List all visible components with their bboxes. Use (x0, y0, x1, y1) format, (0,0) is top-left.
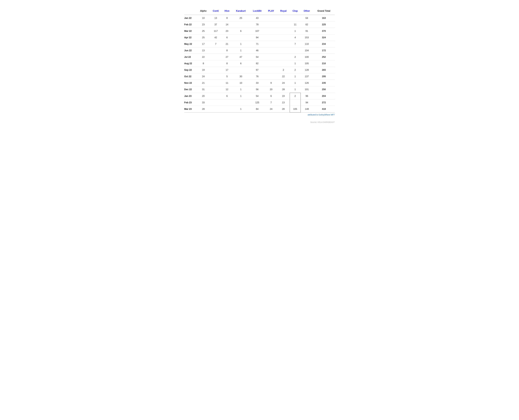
cell-royal (277, 54, 290, 60)
cell-clop: 1 (290, 86, 301, 93)
cell-alphv: 10 (197, 15, 210, 22)
cell-hive: 5 (222, 73, 232, 80)
cell-month: Jun 22 (184, 47, 197, 54)
cell-play (265, 60, 277, 67)
cell-alphv: 8 (197, 60, 210, 67)
cell-clop: 105 (290, 106, 301, 112)
cell-grand-total: 163 (313, 15, 335, 22)
cell-lockbit: 33 (249, 80, 265, 86)
cell-clop: 2 (290, 67, 301, 73)
cell-conti (210, 47, 222, 54)
cell-karakurt: 1 (232, 106, 249, 112)
table-row: Feb 22233714781162225 (184, 22, 335, 28)
cell-hive: 14 (222, 22, 232, 28)
cell-karakurt: 1 (232, 86, 249, 93)
cell-karakurt (232, 67, 249, 73)
table-row: Nov 22211110339241126235 (184, 80, 335, 86)
table-row: Aug 22886821105210 (184, 60, 335, 67)
cell-play: 24 (265, 106, 277, 112)
cell-karakurt: 6 (232, 60, 249, 67)
cell-clop: 11 (290, 22, 301, 28)
cell-month: Jul 22 (184, 54, 197, 60)
cell-lockbit: 71 (249, 41, 265, 47)
table-header-row: Alphv Conti Hive Karakurt LockBit PLAY R… (184, 8, 335, 15)
cell-lockbit: 54 (249, 93, 265, 99)
cell-hive: 23 (222, 28, 232, 34)
cell-conti (210, 106, 222, 112)
ransomware-table: Alphv Conti Hive Karakurt LockBit PLAY R… (184, 8, 335, 112)
table-row: Jul 22222747542100252 (184, 54, 335, 60)
cell-grand-total: 172 (313, 47, 335, 54)
cell-royal: 13 (277, 99, 290, 106)
cell-lockbit: 78 (249, 22, 265, 28)
cell-lockbit: 94 (249, 34, 265, 41)
cell-month: Feb 22 (184, 22, 197, 28)
cell-play (265, 47, 277, 54)
cell-grand-total: 250 (313, 86, 335, 93)
cell-royal: 2 (277, 67, 290, 73)
attribution-text: attributed to GoAnyWhere MFT (184, 113, 335, 116)
cell-clop (290, 47, 301, 54)
cell-hive: 8 (222, 15, 232, 22)
cell-alphv: 24 (197, 73, 210, 80)
cell-clop: 1 (290, 60, 301, 67)
cell-lockbit: 54 (249, 54, 265, 60)
cell-hive: 6 (222, 34, 232, 41)
cell-royal: 28 (277, 86, 290, 93)
header-clop: Clop (290, 8, 301, 15)
cell-karakurt: 1 (232, 41, 249, 47)
cell-month: May 22 (184, 41, 197, 47)
cell-play (265, 15, 277, 22)
table-row: Jan 2210138254364163 (184, 15, 335, 22)
cell-karakurt: 1 (232, 47, 249, 54)
header-month (184, 8, 197, 15)
cell-conti (210, 73, 222, 80)
cell-hive: 12 (222, 86, 232, 93)
cell-play: 9 (265, 80, 277, 86)
cell-other: 62 (301, 22, 313, 28)
cell-other: 110 (301, 41, 313, 47)
table-row: Jan 23206154619296204 (184, 93, 335, 99)
cell-alphv: 33 (197, 99, 210, 106)
table-row: Sep 2219179722128265 (184, 67, 335, 73)
cell-alphv: 17 (197, 41, 210, 47)
cell-lockbit: 125 (249, 99, 265, 106)
cell-lockbit: 84 (249, 106, 265, 112)
cell-month: Oct 22 (184, 73, 197, 80)
cell-alphv: 13 (197, 47, 210, 54)
cell-alphv: 31 (197, 86, 210, 93)
cell-conti (210, 80, 222, 86)
cell-other: 153 (301, 34, 313, 41)
cell-month: Mar 23 (184, 106, 197, 112)
cell-grand-total: 295 (313, 73, 335, 80)
cell-lockbit: 43 (249, 15, 265, 22)
cell-lockbit: 107 (249, 28, 265, 34)
cell-conti: 7 (210, 41, 222, 47)
cell-grand-total: 272 (313, 99, 335, 106)
cell-lockbit: 97 (249, 67, 265, 73)
cell-royal: 28 (277, 106, 290, 112)
cell-clop: 2 (290, 54, 301, 60)
cell-alphv: 25 (197, 34, 210, 41)
table-row: Feb 233312571394272 (184, 99, 335, 106)
table-row: Oct 222453076221137295 (184, 73, 335, 80)
table-row: Dec 22311215620281101250 (184, 86, 335, 93)
cell-other: 126 (301, 80, 313, 86)
cell-alphv: 22 (197, 54, 210, 60)
header-royal: Royal (277, 8, 290, 15)
cell-month: Mar 22 (184, 28, 197, 34)
cell-hive: 17 (222, 67, 232, 73)
cell-conti (210, 67, 222, 73)
cell-karakurt: 1 (232, 93, 249, 99)
cell-hive: 8 (222, 60, 232, 67)
cell-alphv: 21 (197, 80, 210, 86)
cell-month: Nov 22 (184, 80, 197, 86)
cell-clop: 7 (290, 41, 301, 47)
cell-grand-total: 265 (313, 67, 335, 73)
cell-other: 104 (301, 47, 313, 54)
cell-hive (222, 99, 232, 106)
cell-hive: 27 (222, 54, 232, 60)
cell-lockbit: 76 (249, 73, 265, 80)
cell-month: Feb 23 (184, 99, 197, 106)
cell-other: 96 (301, 93, 313, 99)
